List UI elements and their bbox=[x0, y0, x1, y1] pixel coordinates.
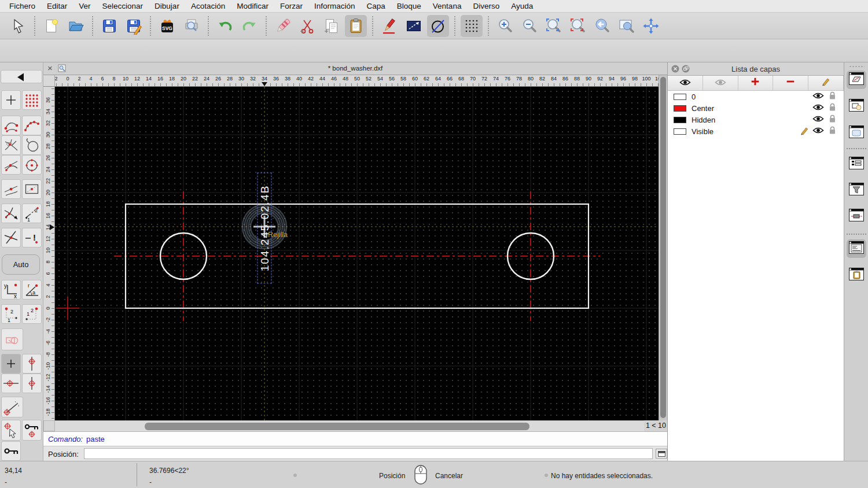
snap-endpoints[interactable] bbox=[1, 116, 21, 135]
copy-button[interactable] bbox=[321, 15, 343, 37]
menu-item[interactable]: Ayuda bbox=[505, 2, 539, 10]
undo-button[interactable] bbox=[214, 15, 236, 37]
restrict-free[interactable] bbox=[1, 354, 21, 374]
add-layer-button[interactable] bbox=[738, 76, 774, 90]
dock-layer-list-button[interactable] bbox=[847, 71, 866, 89]
menu-item[interactable]: Ver bbox=[73, 2, 96, 10]
snap-grid[interactable] bbox=[22, 90, 42, 110]
modify-layer-button[interactable] bbox=[808, 76, 844, 90]
zoom-window-button[interactable] bbox=[616, 15, 638, 37]
snap-intersection-auto[interactable] bbox=[1, 204, 21, 223]
vertical-scrollbar[interactable] bbox=[659, 75, 667, 420]
snap-free[interactable] bbox=[1, 90, 21, 110]
cut-button[interactable] bbox=[296, 15, 318, 37]
layer-visibility-eye-icon[interactable] bbox=[811, 115, 825, 124]
restrict-orthogonal[interactable] bbox=[22, 374, 42, 393]
dock-clipboard-button[interactable] bbox=[847, 266, 866, 284]
restrict-vertical[interactable] bbox=[22, 354, 42, 374]
coords-relative[interactable]: 12 bbox=[1, 304, 21, 324]
menu-item[interactable]: Información bbox=[308, 2, 361, 10]
save-file-button[interactable] bbox=[98, 15, 120, 37]
command-input[interactable] bbox=[84, 448, 653, 459]
dock-selection-filter-button[interactable] bbox=[847, 181, 866, 199]
set-relative-zero[interactable] bbox=[1, 420, 21, 441]
command-options-button[interactable] bbox=[656, 449, 667, 459]
layer-row[interactable]: Visible bbox=[668, 125, 844, 137]
angle-indicator[interactable] bbox=[1, 397, 23, 417]
snap-on-entity[interactable] bbox=[22, 116, 42, 135]
coords-absolute[interactable]: 12 bbox=[22, 304, 42, 324]
zoom-pan-button[interactable] bbox=[640, 15, 662, 37]
text-entity[interactable]: 104.245.02.4B bbox=[258, 173, 272, 284]
menu-item[interactable]: Ventana bbox=[427, 2, 468, 10]
zoom-auto-button[interactable] bbox=[543, 15, 565, 37]
dock-command-line-button[interactable] bbox=[847, 239, 866, 258]
save-as-button[interactable] bbox=[123, 15, 145, 37]
layer-lock-icon[interactable] bbox=[825, 114, 839, 125]
svg-export-button[interactable]: SVG bbox=[156, 15, 178, 37]
layer-row[interactable]: Center bbox=[668, 102, 844, 114]
menu-item[interactable]: Bloque bbox=[391, 2, 427, 10]
layer-visibility-eye-icon[interactable] bbox=[811, 103, 825, 113]
menu-item[interactable]: Editar bbox=[41, 2, 73, 10]
zoom-in-button[interactable] bbox=[494, 15, 516, 37]
snap-center[interactable] bbox=[22, 155, 42, 175]
layer-visibility-eye-icon[interactable] bbox=[811, 127, 825, 136]
cursor-tool-button[interactable] bbox=[7, 15, 29, 37]
menu-item[interactable]: Modificar bbox=[231, 2, 274, 10]
circle-tool-button[interactable] bbox=[427, 15, 449, 37]
layer-edit-pencil-icon[interactable] bbox=[797, 126, 811, 137]
zoom-previous-button[interactable] bbox=[591, 15, 613, 37]
menu-item[interactable]: Fichero bbox=[3, 2, 41, 10]
coords-cartesian[interactable]: yx bbox=[1, 280, 21, 300]
snap-middle[interactable] bbox=[1, 179, 21, 199]
toggle-all-visibility-button[interactable] bbox=[668, 76, 703, 90]
snap-tangent[interactable] bbox=[1, 155, 21, 175]
new-file-button[interactable] bbox=[41, 15, 62, 37]
back-arrow[interactable] bbox=[1, 70, 42, 83]
menu-item[interactable]: Capa bbox=[361, 2, 391, 10]
pen-tool-button[interactable] bbox=[378, 15, 400, 37]
menu-item[interactable]: Dibujar bbox=[149, 2, 185, 10]
open-file-button[interactable] bbox=[65, 15, 87, 37]
snap-disable[interactable]: ! bbox=[22, 228, 42, 247]
snap-intersection[interactable] bbox=[1, 135, 21, 155]
menu-item[interactable]: Acotación bbox=[185, 2, 231, 10]
snap-intersection-manual[interactable]: 12 bbox=[22, 204, 42, 223]
dock-block-list-button[interactable] bbox=[847, 97, 866, 116]
redo-button[interactable] bbox=[238, 15, 260, 37]
menu-item[interactable]: Forzar bbox=[274, 2, 308, 10]
layer-row[interactable]: 0 bbox=[668, 91, 844, 102]
menu-item[interactable]: Diverso bbox=[467, 2, 505, 10]
selection-indicator[interactable] bbox=[1, 328, 23, 350]
grid-toggle-button[interactable] bbox=[461, 15, 483, 37]
eraser-button[interactable] bbox=[272, 15, 294, 37]
toggle-construction-visibility-button[interactable] bbox=[703, 76, 738, 90]
layer-lock-icon[interactable] bbox=[825, 103, 839, 113]
dock-pen-wizard-button[interactable] bbox=[847, 207, 866, 225]
restrict-horizontal[interactable] bbox=[1, 374, 21, 393]
coords-polar[interactable]: ra bbox=[22, 280, 42, 300]
auto-button[interactable]: Auto bbox=[2, 254, 40, 275]
relative-zero-key[interactable] bbox=[1, 441, 21, 461]
layer-visibility-eye-icon[interactable] bbox=[811, 92, 825, 101]
layer-lock-icon[interactable] bbox=[825, 91, 839, 102]
redraw-button[interactable] bbox=[567, 15, 589, 37]
horizontal-scrollbar[interactable] bbox=[55, 420, 646, 431]
layer-lock-icon[interactable] bbox=[825, 126, 839, 136]
layer-row[interactable]: Hidden bbox=[668, 114, 844, 125]
remove-layer-button[interactable] bbox=[773, 76, 808, 90]
line-attributes-button[interactable] bbox=[403, 15, 425, 37]
snap-circle[interactable] bbox=[22, 135, 42, 155]
horizontal-scrollbar-thumb[interactable] bbox=[145, 423, 529, 430]
lock-relative-zero[interactable] bbox=[22, 420, 42, 441]
vertical-scrollbar-thumb[interactable] bbox=[660, 77, 666, 418]
menu-item[interactable]: Seleccionar bbox=[97, 2, 149, 10]
print-preview-button[interactable] bbox=[181, 15, 203, 37]
drawing-canvas[interactable]: 104.245.02.4B Rejilla bbox=[55, 87, 659, 420]
dock-entity-list-button[interactable] bbox=[847, 155, 866, 173]
snap-cross[interactable] bbox=[1, 228, 21, 247]
dock-library-browser-button[interactable] bbox=[847, 124, 866, 142]
zoom-out-button[interactable] bbox=[518, 15, 540, 37]
snap-distance[interactable] bbox=[22, 179, 42, 199]
